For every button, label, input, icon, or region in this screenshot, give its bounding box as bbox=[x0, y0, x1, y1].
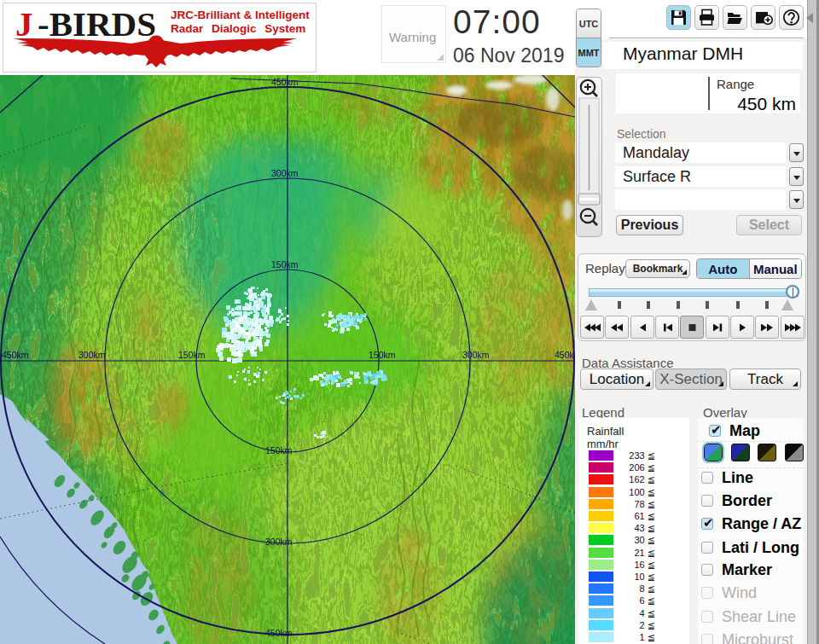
svg-text:300km: 300km bbox=[265, 537, 293, 547]
svg-text:150km: 150km bbox=[271, 259, 299, 270]
svg-text:J: J bbox=[15, 4, 33, 44]
svg-text:450km: 450km bbox=[265, 628, 293, 638]
svg-text:150km: 150km bbox=[369, 350, 396, 360]
svg-text:450km: 450km bbox=[555, 350, 575, 360]
svg-text:450km: 450km bbox=[271, 77, 299, 87]
svg-text:Radar Dialogic System: Radar Dialogic System bbox=[171, 22, 305, 35]
svg-text:150km: 150km bbox=[265, 445, 293, 455]
svg-text:300km: 300km bbox=[462, 350, 490, 360]
svg-text:300km: 300km bbox=[271, 168, 299, 178]
svg-text:-BIRDS: -BIRDS bbox=[38, 4, 156, 44]
svg-text:300km: 300km bbox=[78, 350, 106, 360]
svg-text:JRC-Brilliant & Intelligent: JRC-Brilliant & Intelligent bbox=[171, 9, 310, 21]
svg-text:150km: 150km bbox=[178, 350, 206, 360]
svg-text:450km: 450km bbox=[2, 350, 29, 360]
